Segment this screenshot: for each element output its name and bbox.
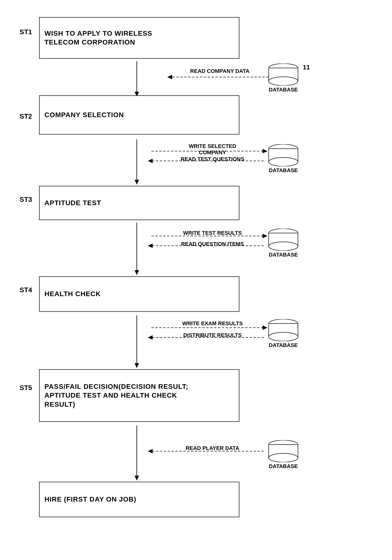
svg-marker-17 bbox=[263, 234, 267, 238]
flow-box-st2: COMPANY SELECTION bbox=[39, 95, 239, 134]
arrow-write-selected-company: WRITE SELECTEDCOMPANY bbox=[166, 143, 259, 156]
svg-marker-21 bbox=[263, 325, 267, 330]
flow-box-st2-text: COMPANY SELECTION bbox=[44, 111, 124, 119]
svg-marker-11 bbox=[167, 75, 172, 79]
arrow-read-question-items: READ QUESTION ITEMS bbox=[166, 241, 259, 247]
step-label-st1: ST1 bbox=[20, 28, 32, 36]
db2-icon bbox=[267, 144, 299, 166]
flow-box-st5-text: PASS/FAIL DECISION(DECISION RESULT;APTIT… bbox=[44, 382, 188, 409]
db4-container: DATABASE bbox=[267, 319, 299, 348]
svg-point-37 bbox=[269, 332, 298, 341]
db4-label: DATABASE bbox=[269, 342, 298, 348]
svg-point-40 bbox=[269, 453, 298, 462]
db5-label: DATABASE bbox=[269, 463, 298, 470]
step-label-st5: ST5 bbox=[20, 384, 32, 392]
step-label-st4: ST4 bbox=[20, 286, 32, 294]
arrow-read-player-data: READ PLAYER DATA bbox=[166, 445, 259, 451]
db3-container: DATABASE bbox=[267, 229, 299, 258]
svg-marker-25 bbox=[148, 449, 153, 453]
arrow-read-company-data: READ COMPANY DATA bbox=[176, 68, 264, 74]
flow-box-st3: APTITUDE TEST bbox=[39, 186, 239, 220]
svg-marker-5 bbox=[135, 270, 139, 275]
db1-label: DATABASE bbox=[269, 87, 298, 93]
db3-icon bbox=[267, 229, 299, 251]
db1-number: 11 bbox=[303, 64, 310, 71]
flow-box-st4-text: HEALTH CHECK bbox=[44, 290, 101, 298]
arrow-read-test-questions: READ TEST QUESTIONS bbox=[166, 156, 259, 162]
flow-box-st3-text: APTITUDE TEST bbox=[44, 199, 101, 207]
db2-container: DATABASE bbox=[267, 144, 299, 174]
svg-marker-13 bbox=[263, 149, 267, 153]
svg-point-31 bbox=[269, 157, 298, 166]
flow-box-hire: HIRE (FIRST DAY ON JOB) bbox=[39, 482, 239, 517]
db2-label: DATABASE bbox=[269, 167, 298, 174]
flow-box-hire-text: HIRE (FIRST DAY ON JOB) bbox=[44, 495, 136, 504]
db3-label: DATABASE bbox=[269, 252, 298, 258]
svg-point-28 bbox=[269, 77, 298, 86]
step-label-st3: ST3 bbox=[20, 196, 32, 203]
diagram-container: ST1 WISH TO APPLY TO WIRELESSTELECOM COR… bbox=[0, 0, 392, 560]
arrow-write-test-results: WRITE TEST RESULTS bbox=[166, 230, 259, 236]
arrow-write-exam-results: WRITE EXAM RESULTS bbox=[166, 320, 259, 327]
svg-marker-7 bbox=[135, 363, 139, 368]
svg-marker-9 bbox=[135, 476, 139, 481]
svg-marker-3 bbox=[135, 180, 139, 185]
svg-marker-23 bbox=[148, 335, 153, 340]
flow-box-st1: WISH TO APPLY TO WIRELESSTELECOM CORPORA… bbox=[39, 17, 239, 59]
flow-box-st1-text: WISH TO APPLY TO WIRELESSTELECOM CORPORA… bbox=[44, 29, 152, 47]
db1-icon bbox=[267, 64, 299, 86]
db5-container: DATABASE bbox=[267, 440, 299, 470]
step-label-st2: ST2 bbox=[20, 112, 32, 120]
db1-container: DATABASE bbox=[267, 64, 299, 93]
db4-icon bbox=[267, 319, 299, 341]
flow-box-st5: PASS/FAIL DECISION(DECISION RESULT;APTIT… bbox=[39, 369, 239, 422]
svg-marker-19 bbox=[148, 244, 153, 248]
arrow-distribute-results: DISTRIBUTE RESULTS bbox=[166, 332, 259, 338]
flow-box-st4: HEALTH CHECK bbox=[39, 276, 239, 312]
db5-icon bbox=[267, 440, 299, 462]
svg-marker-15 bbox=[148, 159, 153, 163]
svg-point-34 bbox=[269, 242, 298, 251]
